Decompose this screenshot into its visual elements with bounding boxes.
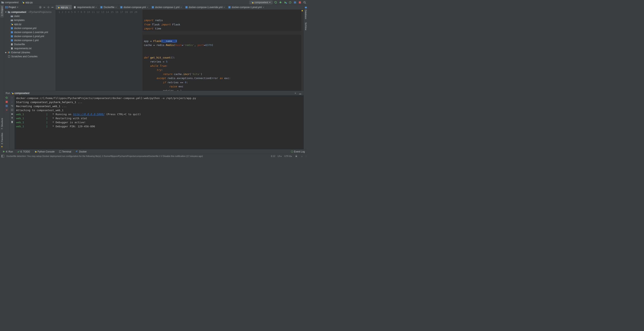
close-icon[interactable]: × [69, 6, 70, 9]
target-icon[interactable] [38, 6, 42, 9]
rerun-icon[interactable] [5, 96, 8, 99]
right-tool-strip: Database SciView [304, 5, 308, 149]
close-icon[interactable]: × [180, 6, 182, 9]
gear-icon[interactable] [46, 6, 50, 9]
project-panel-title[interactable]: Project ▼ [5, 6, 18, 9]
debug-icon[interactable] [279, 1, 282, 4]
python-icon [251, 1, 254, 4]
editor-area: app.py× requirements.txt× Dockerfile× do… [56, 5, 304, 91]
close-icon[interactable]: × [263, 6, 264, 9]
tree-external-libs[interactable]: ▶External Libraries [4, 51, 56, 55]
tree-scratches[interactable]: Scratches and Consoles [4, 55, 56, 59]
status-encoding[interactable]: UTF-8≑ [284, 155, 292, 157]
print-icon[interactable] [10, 112, 14, 116]
status-caret-pos[interactable]: 6:12 [271, 155, 275, 157]
tool-button-run[interactable]: 4: Run [1, 149, 15, 154]
search-everywhere-icon[interactable] [303, 1, 306, 4]
run-rerun-icon[interactable] [274, 1, 278, 4]
run-coverage-icon[interactable] [284, 1, 287, 4]
run-config-selector[interactable]: composetest ▼ [250, 1, 272, 4]
stop-icon[interactable] [298, 1, 302, 4]
tool-button-event-log[interactable]: iEvent Log [289, 150, 307, 153]
file-icon [10, 43, 13, 46]
tree-file[interactable]: docker-compose-1.override.yml [4, 30, 56, 34]
database-tool-tab[interactable]: Database [304, 5, 308, 21]
svg-rect-72 [76, 151, 76, 152]
down-icon[interactable]: ↓ [10, 100, 14, 104]
tab-compose-override[interactable]: docker-compose-1.override.yml× [184, 5, 227, 10]
collapse-all-icon[interactable] [42, 6, 46, 9]
svg-rect-21 [5, 8, 6, 8]
docker-file-icon [100, 6, 103, 9]
tab-app-py[interactable]: app.py× [56, 5, 72, 10]
tab-compose-1[interactable]: docker-compose-1.yml× [150, 5, 184, 10]
pin-icon[interactable] [10, 116, 14, 120]
tool-button-docker[interactable]: Docker [74, 149, 89, 154]
close-icon[interactable]: × [224, 6, 225, 9]
tool-button-todo[interactable]: 6: TODO [15, 149, 32, 154]
editor-right-gutter[interactable] [301, 10, 304, 91]
tree-file[interactable]: docker-compose-1.yml [4, 38, 56, 42]
fold-column[interactable] [140, 10, 142, 91]
project-tool-tab[interactable]: 1: Project [0, 5, 4, 17]
stop-icon[interactable] [5, 100, 8, 104]
trash-icon[interactable] [10, 120, 14, 124]
run-console-output[interactable]: docker-compose://[/home/filippov/Pycharm… [14, 95, 304, 149]
status-message[interactable]: Dockerfile detection: You may setup Dock… [6, 155, 203, 157]
docker-icon [76, 150, 78, 153]
tree-file[interactable]: app.py [4, 22, 56, 26]
tree-dir[interactable]: templates [4, 18, 56, 22]
wrap-icon[interactable] [10, 104, 14, 108]
hide-icon[interactable] [50, 6, 54, 9]
editor-tabs: app.py× requirements.txt× Dockerfile× do… [56, 5, 304, 10]
tree-file[interactable]: Dockerfile [4, 42, 56, 46]
scroll-icon[interactable] [10, 108, 14, 112]
pause-icon[interactable] [5, 104, 8, 108]
tree-dir[interactable]: static [4, 14, 56, 18]
folder-icon [10, 19, 13, 22]
structure-tool-tab[interactable]: 7: Structure [0, 116, 4, 131]
tool-button-terminal[interactable]: Terminal [57, 149, 73, 154]
gear-icon[interactable] [294, 91, 297, 95]
favorites-tool-tab[interactable]: ★2: Favorites [0, 131, 4, 149]
tree-file[interactable]: docker-compose-1.prod.yml [4, 34, 56, 38]
sciview-tool-tab[interactable]: SciView [304, 21, 308, 32]
close-icon[interactable]: × [147, 6, 148, 9]
tree-file[interactable]: docker-compose.yml [4, 26, 56, 30]
tab-compose-prod[interactable]: docker-compose-1.prod.yml× [227, 5, 266, 10]
concurrency-icon[interactable] [293, 1, 297, 4]
tool-button-python-console[interactable]: Python Console [32, 149, 57, 154]
tree-project-root[interactable]: ▼ composetest ~/PycharmProjects/co [4, 10, 56, 14]
svg-rect-62 [11, 109, 13, 111]
up-icon[interactable]: ↑ [10, 96, 14, 99]
yaml-file-icon [10, 39, 13, 42]
tab-requirements[interactable]: requirements.txt× [72, 5, 98, 10]
tree-file[interactable]: requirements.txt [4, 46, 56, 51]
exit-icon[interactable]: ✕ [5, 108, 8, 112]
tab-dockerfile[interactable]: Dockerfile× [98, 5, 118, 10]
lock-icon[interactable] [294, 155, 298, 158]
breadcrumb-dir: composetest [5, 1, 18, 4]
svg-rect-61 [7, 105, 8, 107]
tool-windows-icon[interactable] [1, 155, 4, 158]
code-editor[interactable]: 1 2 3 4 5 6 7 8 9 10 11 12 13 14 15 16 1… [56, 10, 304, 91]
status-line-ending[interactable]: LF≑ [278, 155, 282, 157]
svg-marker-68 [3, 151, 5, 152]
profile-icon[interactable] [288, 1, 292, 4]
run-title-prefix: Run [6, 92, 10, 95]
inspector-icon[interactable]: ⌕ [300, 155, 304, 158]
svg-rect-0 [2, 2, 4, 4]
close-icon[interactable]: × [115, 6, 116, 9]
tab-compose[interactable]: docker-compose.yml× [118, 5, 150, 10]
line-gutter[interactable]: 1 2 3 4 5 6 7 8 9 10 11 12 13 14 15 16 1… [56, 10, 140, 91]
run-toolbar-left-2: ↑ ↓ [9, 95, 14, 149]
project-tree[interactable]: ▼ composetest ~/PycharmProjects/co stati… [4, 10, 56, 91]
breadcrumb[interactable]: composetest app.py [1, 1, 33, 4]
minimize-icon[interactable] [298, 91, 302, 95]
code-content[interactable]: import redis from flask import Flask imp… [142, 10, 301, 91]
svg-point-36 [12, 24, 13, 25]
close-icon[interactable]: × [96, 6, 97, 9]
inspection-marker-icon[interactable] [302, 10, 303, 11]
expand-arrow-icon[interactable]: ▼ [5, 10, 7, 14]
svg-rect-16 [299, 2, 301, 4]
